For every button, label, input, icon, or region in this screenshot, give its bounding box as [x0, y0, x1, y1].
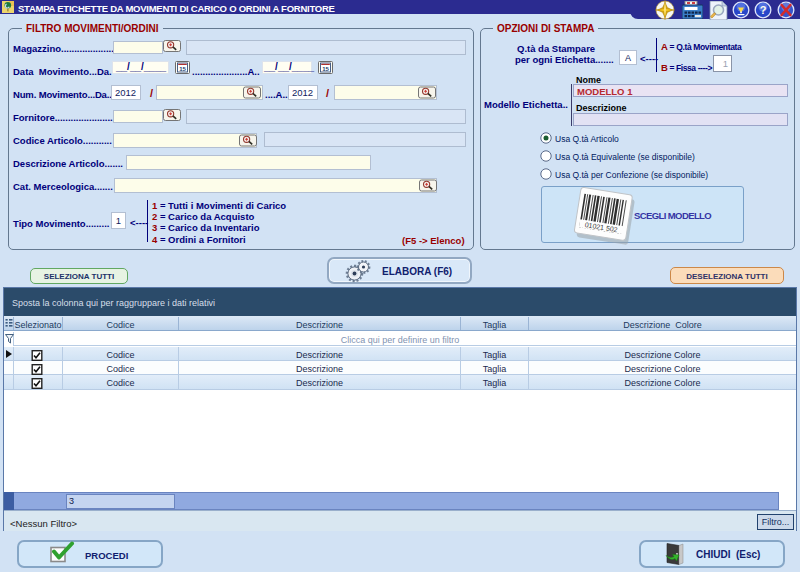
- svg-text:?: ?: [760, 4, 767, 16]
- svg-text:15: 15: [179, 66, 186, 72]
- svg-text:15: 15: [322, 66, 329, 72]
